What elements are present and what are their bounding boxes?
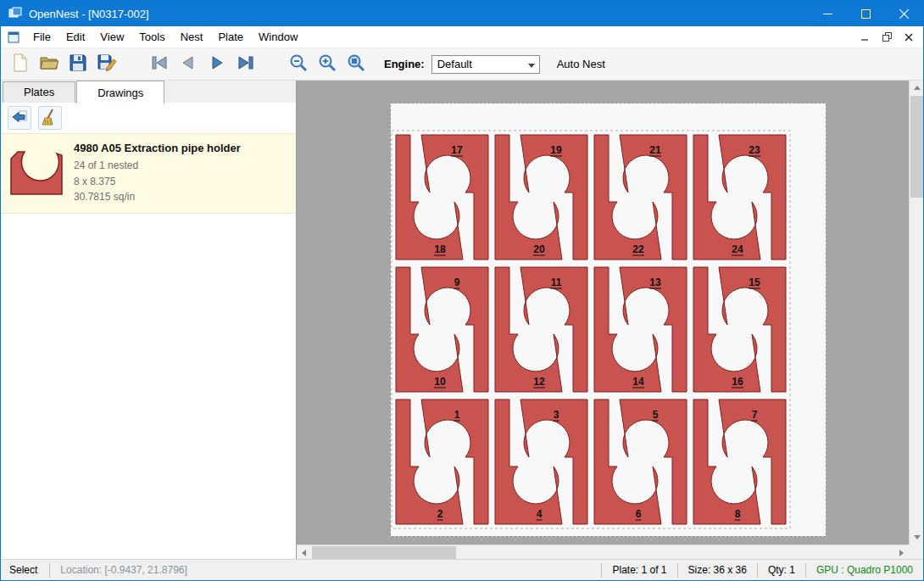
new-file-icon: [12, 53, 29, 75]
zoom-out-icon: [289, 53, 308, 75]
mdi-minimize-button[interactable]: [854, 28, 876, 47]
engine-value: Default: [437, 58, 472, 70]
status-size: Size: 36 x 36: [678, 564, 757, 576]
open-folder-icon: [40, 54, 58, 74]
save-as-icon: [97, 54, 116, 74]
drawing-list-item[interactable]: 4980 A05 Extraction pipe holder 24 of 1 …: [1, 133, 296, 214]
horizontal-scrollbar-thumb[interactable]: [312, 546, 456, 559]
part-number: 13: [649, 277, 661, 288]
scroll-left-icon[interactable]: [297, 545, 311, 559]
menu-file[interactable]: File: [25, 27, 58, 47]
status-bar: Select Location: [-0.9437, 21.8796] Plat…: [1, 559, 923, 580]
zoom-fit-button[interactable]: [343, 52, 369, 77]
part-number: 18: [434, 243, 446, 255]
part-number: 7: [752, 409, 758, 421]
drawings-list: 4980 A05 Extraction pipe holder 24 of 1 …: [1, 133, 296, 559]
broom-icon: [42, 109, 58, 128]
mdi-close-button[interactable]: [898, 28, 920, 47]
part-number: 6: [636, 508, 642, 520]
part-number: 16: [732, 376, 743, 388]
chevron-down-icon: [528, 64, 535, 68]
title-bar: OpenNest - [N0317-002]: [1, 1, 923, 26]
mdi-restore-button[interactable]: [876, 28, 898, 47]
part-number: 9: [454, 277, 460, 288]
part-number: 11: [551, 277, 562, 288]
first-icon: [150, 55, 169, 73]
zoom-out-button[interactable]: [286, 52, 311, 77]
previous-plate-button[interactable]: [175, 52, 201, 77]
drawing-dimensions: 8 x 8.375: [74, 174, 241, 190]
next-icon: [209, 55, 225, 73]
last-icon: [237, 55, 255, 73]
new-button[interactable]: [8, 52, 33, 77]
zoom-fit-icon: [347, 53, 365, 75]
engine-label: Engine:: [384, 58, 425, 70]
menu-bar: File Edit View Tools Nest Plate Window: [1, 26, 923, 48]
scroll-up-icon[interactable]: [910, 81, 923, 95]
scrollbar-corner: [909, 545, 923, 559]
part-number: 21: [649, 144, 661, 156]
first-plate-button[interactable]: [147, 52, 172, 77]
app-icon: [8, 7, 22, 20]
maximize-button[interactable]: [847, 1, 885, 26]
document-icon: [7, 31, 20, 44]
menu-tools[interactable]: Tools: [131, 27, 172, 47]
engine-select[interactable]: Default: [431, 55, 540, 74]
part-number: 3: [554, 409, 559, 421]
menu-window[interactable]: Window: [251, 27, 305, 47]
horizontal-scrollbar[interactable]: [297, 545, 909, 559]
part-number: 20: [533, 243, 545, 255]
status-location: Location: [-0.9437, 21.8796]: [50, 564, 197, 576]
previous-icon: [180, 55, 197, 73]
status-mode: Select: [1, 564, 49, 576]
sidebar-toolbar: [1, 103, 296, 133]
plate[interactable]: 171819202122232491011121314151612345678: [390, 103, 827, 537]
part-number: 12: [533, 376, 545, 388]
part-number: 24: [732, 243, 743, 255]
status-qty: Qty: 1: [758, 564, 805, 576]
auto-nest-button[interactable]: Auto Nest: [557, 58, 605, 70]
clear-button[interactable]: [38, 106, 62, 130]
part-number: 2: [437, 508, 443, 520]
scroll-down-icon[interactable]: [910, 530, 923, 545]
drawing-nested-count: 24 of 1 nested: [74, 158, 241, 174]
status-plate: Plate: 1 of 1: [602, 564, 676, 576]
vertical-scrollbar-thumb[interactable]: [910, 96, 923, 198]
part-number: 14: [632, 376, 644, 388]
menu-plate[interactable]: Plate: [210, 27, 251, 47]
sidebar: Plates Drawings: [1, 81, 297, 559]
part-thumbnail: [9, 142, 64, 205]
send-to-plate-button[interactable]: [8, 106, 31, 130]
menu-edit[interactable]: Edit: [58, 27, 92, 47]
zoom-in-icon: [318, 53, 337, 75]
sidebar-tabs: Plates Drawings: [1, 81, 296, 103]
close-button[interactable]: [885, 1, 923, 26]
drawing-area: 30.7815 sq/in: [74, 189, 241, 205]
save-icon: [70, 54, 86, 74]
save-as-button[interactable]: [94, 52, 120, 77]
part-number: 10: [434, 376, 446, 388]
app-window: OpenNest - [N0317-002] File Edit View To…: [0, 0, 924, 581]
drawing-title: 4980 A05 Extraction pipe holder: [74, 142, 241, 154]
arrow-left-icon: [11, 109, 28, 127]
next-plate-button[interactable]: [204, 52, 230, 77]
scroll-right-icon[interactable]: [894, 545, 909, 559]
part-number: 15: [749, 277, 760, 288]
tab-plates[interactable]: Plates: [3, 81, 75, 103]
window-title: OpenNest - [N0317-002]: [29, 8, 149, 20]
part-number: 1: [454, 409, 460, 421]
tab-drawings[interactable]: Drawings: [76, 81, 164, 103]
nest-canvas[interactable]: 171819202122232491011121314151612345678: [297, 81, 923, 559]
menu-nest[interactable]: Nest: [173, 27, 211, 47]
part-number: 17: [451, 144, 463, 156]
vertical-scrollbar[interactable]: [909, 81, 923, 545]
part-number: 4: [537, 508, 543, 520]
part-number: 22: [632, 243, 644, 255]
open-button[interactable]: [36, 52, 62, 77]
part-number: 23: [749, 144, 760, 156]
menu-view[interactable]: View: [92, 27, 131, 47]
save-button[interactable]: [65, 52, 91, 77]
last-plate-button[interactable]: [233, 52, 259, 77]
minimize-button[interactable]: [809, 1, 847, 26]
zoom-in-button[interactable]: [314, 52, 340, 77]
